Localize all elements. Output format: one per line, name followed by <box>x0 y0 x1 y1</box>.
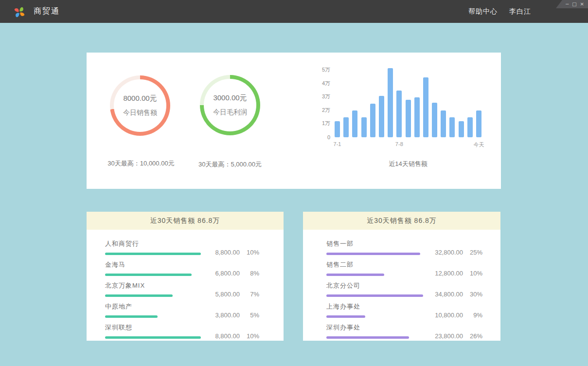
sales-bar-plot <box>335 63 481 137</box>
progress-bar <box>105 253 201 255</box>
department-percent: 25% <box>463 249 482 256</box>
sales-bar <box>441 110 446 137</box>
customer-amount: 8,800.00 <box>215 332 240 340</box>
progress-bar <box>326 274 384 276</box>
chart-caption: 近14天销售额 <box>335 160 481 168</box>
list-item: 金海马 6,800.008% <box>105 260 259 276</box>
today-profit-donut: 3000.00元 今日毛利润 <box>200 75 260 135</box>
app-logo-pinwheel-icon <box>12 4 27 19</box>
today-profit-value: 3000.00元 <box>213 93 247 103</box>
department-name: 北京分公司 <box>326 281 482 290</box>
customer-percent: 10% <box>240 332 259 340</box>
sales-bar <box>406 100 411 137</box>
department-name: 销售二部 <box>326 260 482 269</box>
progress-bar <box>105 274 192 276</box>
customer-name: 北京万象MIX <box>105 281 259 290</box>
customer-percent: 7% <box>240 291 259 298</box>
department-ranking-header: 近30天销售额 86.8万 <box>303 212 500 230</box>
y-axis-tick: 3万 <box>313 93 330 100</box>
department-percent: 9% <box>463 311 482 319</box>
sales-bar <box>388 68 393 137</box>
sales-bar <box>432 103 437 137</box>
customer-ranking-header: 近30天销售额 86.8万 <box>87 212 284 230</box>
maximize-icon[interactable]: □ <box>572 2 576 7</box>
titlebar: 商贸通 帮助中心 李白江 ─ □ ✕ <box>0 0 588 23</box>
today-sales-label: 今日销售额 <box>123 109 157 117</box>
today-sales-value: 8000.00元 <box>123 94 157 103</box>
customer-name: 人和商贸行 <box>105 239 259 248</box>
list-item: 中原地产 3,800.005% <box>105 302 259 318</box>
department-amount: 34,800.00 <box>435 291 463 298</box>
department-name: 上海办事处 <box>326 302 482 311</box>
sales-bar <box>459 121 464 137</box>
y-axis-tick: 1万 <box>313 120 330 127</box>
customer-ranking-rows: 人和商贸行 8,800.0010% 金海马 6,800.008% 北京万象MIX… <box>87 230 284 339</box>
sales-bar <box>335 121 340 137</box>
department-percent: 10% <box>463 270 482 277</box>
list-item: 销售一部 32,800.0025% <box>326 239 482 255</box>
sales-bar <box>449 117 455 137</box>
customer-amount: 5,800.00 <box>215 291 240 298</box>
sales-bar <box>352 110 357 137</box>
department-amount: 10,800.00 <box>435 311 463 319</box>
progress-bar <box>326 253 420 255</box>
customer-percent: 10% <box>240 249 259 256</box>
department-name: 深圳办事处 <box>326 323 482 332</box>
customer-amount: 3,800.00 <box>215 311 240 319</box>
department-percent: 26% <box>463 332 482 340</box>
username-menu[interactable]: 李白江 <box>509 7 531 16</box>
list-item: 销售二部 12,800.0010% <box>326 260 482 276</box>
x-axis-label: 7-8 <box>395 141 403 147</box>
department-amount: 12,800.00 <box>435 270 463 277</box>
list-item: 深圳联想 8,800.0010% <box>105 323 259 339</box>
list-item: 深圳办事处 23,800.0026% <box>326 323 482 339</box>
sales-bar <box>476 110 481 137</box>
app-title: 商贸通 <box>34 6 60 17</box>
department-amount: 23,800.00 <box>435 332 463 340</box>
customer-name: 金海马 <box>105 260 259 269</box>
sales-14d-chart: 0 1万 2万 3万 4万 5万 7-17-8今天 近14天销售额 <box>313 63 493 168</box>
progress-bar <box>105 336 201 339</box>
customer-name: 深圳联想 <box>105 323 259 332</box>
department-amount: 32,800.00 <box>435 249 463 256</box>
customer-name: 中原地产 <box>105 302 259 311</box>
sales-bar <box>379 96 384 137</box>
minimize-icon[interactable]: ─ <box>566 2 569 7</box>
list-item: 上海办事处 10,800.009% <box>326 302 482 318</box>
progress-bar <box>326 336 409 339</box>
department-ranking-card: 近30天销售额 86.8万 销售一部 32,800.0025% 销售二部 12,… <box>303 212 500 341</box>
progress-bar <box>105 294 173 297</box>
sales-bar <box>370 104 375 137</box>
progress-bar <box>326 294 423 297</box>
x-axis-labels: 7-17-8今天 <box>335 137 481 148</box>
y-axis-tick: 0 <box>313 134 330 140</box>
sales-bar <box>396 91 402 137</box>
profit-30d-max: 30天最高：5,000.00元 <box>172 160 288 169</box>
today-sales-donut: 8000.00元 今日销售额 <box>110 75 170 136</box>
y-axis-tick: 2万 <box>313 107 330 114</box>
y-axis-tick: 4万 <box>313 80 330 87</box>
x-axis-label: 今天 <box>474 141 484 148</box>
x-axis-label: 7-1 <box>334 141 341 147</box>
window-controls: ─ □ ✕ <box>556 0 588 8</box>
customer-percent: 8% <box>240 270 259 277</box>
department-name: 销售一部 <box>326 239 482 248</box>
sales-bar <box>343 117 349 137</box>
today-profit-label: 今日毛利润 <box>213 108 247 117</box>
customer-percent: 5% <box>240 311 259 319</box>
sales-bar <box>414 97 420 137</box>
close-icon[interactable]: ✕ <box>580 2 584 7</box>
department-percent: 30% <box>463 291 482 298</box>
customer-ranking-card: 近30天销售额 86.8万 人和商贸行 8,800.0010% 金海马 6,80… <box>87 212 284 341</box>
y-axis-tick: 5万 <box>313 66 330 73</box>
department-ranking-rows: 销售一部 32,800.0025% 销售二部 12,800.0010% 北京分公… <box>303 230 500 339</box>
sales-bar <box>361 117 367 137</box>
progress-bar <box>105 315 158 318</box>
help-center-link[interactable]: 帮助中心 <box>468 7 498 16</box>
today-summary-card: 8000.00元 今日销售额 30天最高：10,000.00元 3000.00元… <box>87 53 501 189</box>
list-item: 人和商贸行 8,800.0010% <box>105 239 259 255</box>
sales-bar <box>423 77 428 137</box>
progress-bar <box>326 315 365 318</box>
list-item: 北京万象MIX 5,800.007% <box>105 281 259 297</box>
list-item: 北京分公司 34,800.0030% <box>326 281 482 297</box>
